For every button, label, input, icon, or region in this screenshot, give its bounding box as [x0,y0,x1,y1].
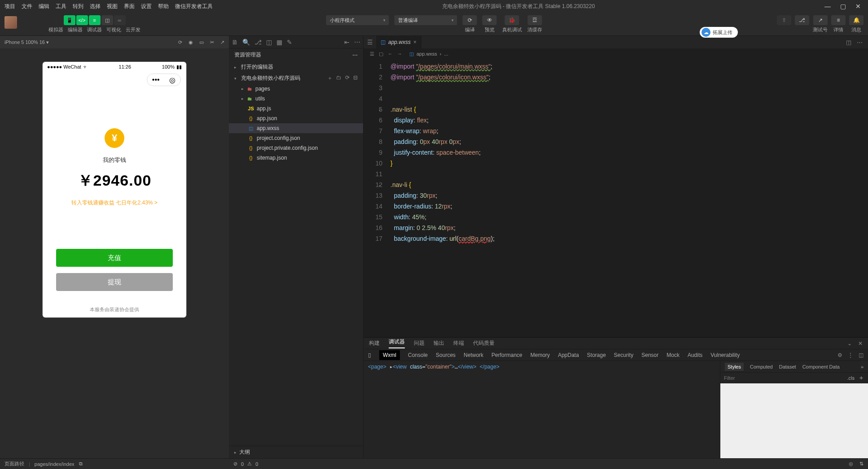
sub-audits[interactable]: Audits [688,352,702,358]
branch-button[interactable]: ⎇ [795,15,809,25]
minimize-button[interactable]: — [824,3,831,10]
sub-console[interactable]: Console [408,352,428,358]
remote-debug-button[interactable]: 🐞 [505,15,519,25]
compile-preset-dropdown[interactable]: 普通编译▾ [395,15,457,25]
warning-icon[interactable]: ⚠ [247,461,252,467]
file-sitemap[interactable]: {}sitemap.json [229,153,363,163]
menu-tools[interactable]: 工具 [56,3,66,10]
breadcrumb-more[interactable]: ... [444,51,448,56]
file-project-config[interactable]: {}project.config.json [229,133,363,143]
explorer-icon[interactable]: 🗎 [232,39,238,46]
cls-toggle[interactable]: .cls [847,375,855,381]
capsule-close[interactable]: ◎ [169,76,175,84]
menu-settings[interactable]: 设置 [141,3,152,10]
refresh-tree-icon[interactable]: ⟳ [345,74,350,82]
open-editors-section[interactable]: ▸打开的编辑器 [229,61,363,73]
upload-button[interactable]: ⇧ [777,15,791,25]
menu-ui[interactable]: 界面 [124,3,135,10]
list-icon[interactable]: ☰ [370,51,374,57]
maximize-button[interactable]: ▢ [839,3,846,10]
dt-menu-icon[interactable]: ⋮ [848,352,853,358]
search-icon[interactable]: 🔍 [242,39,250,46]
cloud-upload-button[interactable]: ☁ 拓展上传 [700,27,738,38]
ext-icon[interactable]: ◫ [266,39,272,46]
inspect-icon[interactable]: ▯ [368,352,371,358]
code-editor[interactable]: 1234 5⌄ 67891011 12⌄ 1314151617 @import … [364,59,868,337]
sub-network[interactable]: Network [464,352,483,358]
preview-button[interactable]: 👁 [482,15,497,25]
dt-tab-quality[interactable]: 代码质量 [473,339,495,347]
explorer-more[interactable]: ⋯ [352,52,358,58]
styles-more-icon[interactable]: » [861,364,864,369]
device-selector[interactable]: iPhone 5 100% 16 ▾ [4,39,49,45]
menu-help[interactable]: 帮助 [158,3,169,10]
error-icon[interactable]: ⊘ [233,461,237,467]
new-file-icon[interactable]: ＋ [327,74,333,82]
add-rule-icon[interactable]: ＋ [858,374,864,382]
dt-close-icon[interactable]: ✕ [858,340,863,347]
external-button[interactable]: ↗ [813,15,828,25]
tab-app-wxss[interactable]: ◫ app.wxss × [376,36,421,48]
dt-tab-debugger[interactable]: 调试器 [389,338,405,348]
sim-refresh-icon[interactable]: ⟳ [178,39,182,45]
collapse-tree-icon[interactable]: ⊟ [353,74,358,82]
menu-goto[interactable]: 转到 [73,3,83,10]
dt-collapse-icon[interactable]: ⌄ [847,340,852,347]
promo-link[interactable]: 转入零钱通赚收益 七日年化2.43% > [71,199,158,207]
simulator-toggle[interactable]: 📱 [64,15,75,25]
sub-sources[interactable]: Sources [436,352,456,358]
brush-icon[interactable]: ✎ [287,39,292,46]
folder-utils[interactable]: ▸🖿utils [229,94,363,104]
status-signal-icon[interactable]: ⇅ [859,461,864,467]
split-editor-icon[interactable]: ◫ [846,39,851,46]
recharge-button[interactable]: 充值 [56,249,173,267]
blocks-icon[interactable]: ▦ [276,39,282,46]
nav-fwd-icon[interactable]: → [397,51,402,57]
cloud-button[interactable]: ∞ [114,15,126,25]
sub-security[interactable]: Security [614,352,633,358]
file-app-wxss[interactable]: ◫app.wxss [229,123,363,133]
menu-edit[interactable]: 编辑 [39,3,49,10]
wxml-tree[interactable]: <page> ▸<view class="container">…</view>… [364,361,720,458]
folder-pages[interactable]: ▸🖿pages [229,84,363,94]
sim-cut-icon[interactable]: ✂ [210,39,214,45]
message-button[interactable]: 🔔 [849,15,864,25]
file-app-json[interactable]: {}app.json [229,113,363,123]
sub-mock[interactable]: Mock [666,352,679,358]
sub-wxml[interactable]: Wxml [379,350,400,360]
status-target-icon[interactable]: ◎ [849,461,853,467]
bookmark-icon[interactable]: ▢ [379,51,383,57]
project-section[interactable]: ▾充电余额特效小程序源码 ＋ 🗀 ⟳ ⊟ [229,73,363,84]
outline-section[interactable]: ▸大纲 [229,446,363,458]
visual-toggle[interactable]: ◫ [101,15,113,25]
tab-close-icon[interactable]: × [413,39,416,45]
dt-tab-problems[interactable]: 问题 [414,339,425,347]
editor-tree-icon[interactable]: ☰ [364,39,376,46]
user-avatar[interactable] [4,16,17,29]
sim-record-icon[interactable]: ◉ [189,39,193,45]
close-button[interactable]: ✕ [855,3,862,10]
new-folder-icon[interactable]: 🗀 [336,74,342,82]
dataset-tab[interactable]: Dataset [779,364,796,369]
menu-project[interactable]: 项目 [4,3,15,10]
editor-more-icon[interactable]: ⋯ [857,39,863,46]
editor-toggle[interactable]: </> [76,15,88,25]
dt-tab-build[interactable]: 构建 [369,339,380,347]
menu-view[interactable]: 视图 [107,3,118,10]
debugger-toggle[interactable]: ≡ [89,15,101,25]
detail-button[interactable]: ≡ [831,15,846,25]
mode-dropdown[interactable]: 小程序模式▾ [326,15,389,25]
sub-storage[interactable]: Storage [587,352,606,358]
clear-cache-button[interactable]: ☲ [527,15,542,25]
dt-settings-icon[interactable]: ⚙ [837,352,842,358]
sim-more-icon[interactable]: ↗ [220,39,224,45]
sub-vulnerability[interactable]: Vulnerability [710,352,740,358]
sub-sensor[interactable]: Sensor [641,352,658,358]
scm-icon[interactable]: ⎇ [254,39,262,46]
menu-select[interactable]: 选择 [90,3,101,10]
dt-tab-terminal[interactable]: 终端 [453,339,464,347]
panel-more-icon[interactable]: ⋯ [354,39,360,46]
file-project-private[interactable]: {}project.private.config.json [229,143,363,153]
page-path[interactable]: pages/index/index [35,461,75,467]
sub-appdata[interactable]: AppData [558,352,579,358]
